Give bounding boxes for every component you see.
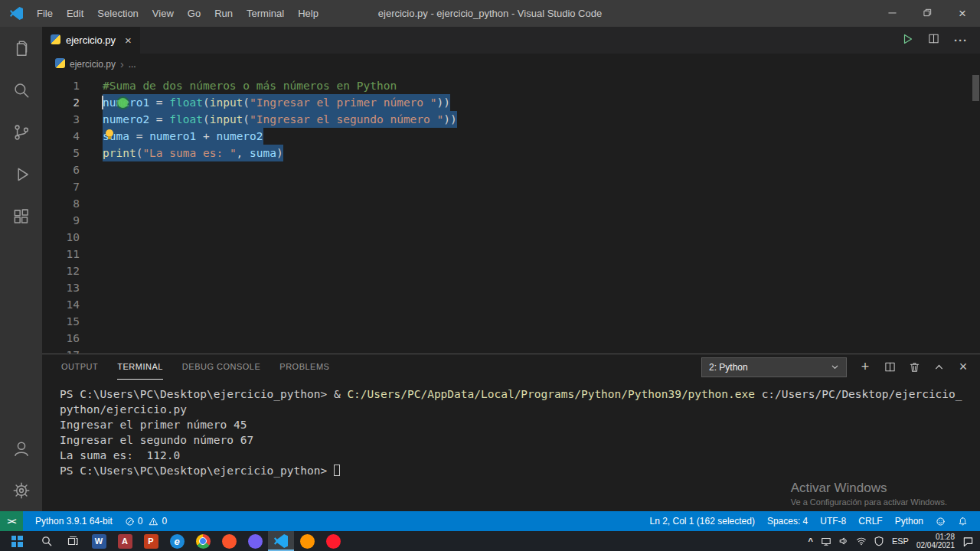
activity-bar (0, 27, 42, 511)
problems-status[interactable]: 0 0 (119, 516, 173, 527)
status-bar: >< Python 3.9.1 64-bit 0 0 Ln 2, Col 1 (… (0, 511, 980, 531)
code-text: print("La suma es: ", suma) (103, 145, 283, 161)
activitybar-explorer[interactable] (0, 27, 42, 69)
code-line[interactable]: 5print("La suma es: ", suma) (42, 145, 980, 161)
code-text: numero2 = float(input("Ingresar el segun… (103, 111, 457, 128)
close-icon: × (959, 7, 966, 20)
python-interpreter[interactable]: Python 3.9.1 64-bit (29, 516, 119, 527)
maximize-panel-button[interactable] (933, 362, 945, 372)
cursor-position[interactable]: Ln 2, Col 1 (162 selected) (644, 516, 761, 527)
menu-help[interactable]: Help (291, 0, 325, 27)
code-line[interactable]: 13 (42, 279, 980, 296)
close-icon[interactable]: × (125, 34, 132, 46)
volume-icon[interactable] (838, 536, 849, 546)
activitybar-settings[interactable] (0, 469, 42, 511)
code-line[interactable]: 17 (42, 347, 980, 354)
encoding[interactable]: UTF-8 (814, 516, 852, 527)
taskbar-word-icon[interactable]: W (86, 531, 112, 551)
code-line[interactable]: 10 (42, 229, 980, 246)
split-editor-button[interactable] (928, 33, 939, 47)
panel-tab-terminal[interactable]: TERMINAL (117, 354, 163, 380)
code-line[interactable]: 7 (42, 178, 980, 195)
code-editor[interactable]: 1#Suma de dos números o más números en P… (42, 75, 980, 354)
panel-tab-problems[interactable]: PROBLEMS (279, 354, 329, 380)
run-debug-icon (11, 165, 31, 184)
menu-run[interactable]: Run (207, 0, 240, 27)
menu-file[interactable]: File (30, 0, 60, 27)
tab-ejercicio-py[interactable]: ejercicio.py × (42, 27, 140, 54)
run-button[interactable] (901, 33, 913, 48)
minimize-button[interactable] (874, 0, 910, 27)
activitybar-run-debug[interactable] (0, 153, 42, 195)
activitybar-account[interactable] (0, 427, 42, 469)
line-number: 13 (42, 279, 80, 296)
taskbar-search-icon[interactable] (34, 531, 60, 551)
close-panel-button[interactable]: × (957, 359, 969, 375)
code-line[interactable]: 8 (42, 195, 980, 212)
line-number: 14 (42, 296, 80, 313)
menu-selection[interactable]: Selection (90, 0, 145, 27)
code-line[interactable]: 14 (42, 296, 980, 313)
line-number: 8 (42, 195, 80, 212)
taskbar-chrome-icon[interactable] (190, 531, 216, 551)
taskbar-vscode-icon[interactable] (268, 531, 294, 551)
line-number: 17 (42, 347, 80, 354)
menu-bar: FileEditSelectionViewGoRunTerminalHelp (30, 0, 325, 27)
tray-expand-icon[interactable]: ^ (808, 536, 812, 546)
activitybar-extensions[interactable] (0, 195, 42, 237)
taskbar-access-icon[interactable]: A (112, 531, 138, 551)
kill-terminal-button[interactable] (908, 361, 920, 373)
notifications-bell-icon[interactable] (952, 517, 974, 527)
remote-indicator[interactable]: >< (0, 511, 23, 531)
panel-tab-output[interactable]: OUTPUT (61, 354, 98, 380)
language-mode[interactable]: Python (889, 516, 929, 527)
language-indicator[interactable]: ESP (892, 536, 909, 546)
code-line[interactable]: 12 (42, 262, 980, 279)
shield-icon[interactable] (874, 536, 884, 546)
code-line[interactable]: 16 (42, 330, 980, 347)
taskbar-viber-icon[interactable] (242, 531, 268, 551)
code-line[interactable]: 2numero1 = float(input("Ingresar el prim… (42, 94, 980, 111)
taskbar-clock[interactable]: 01:28 02/04/2021 (916, 533, 955, 549)
display-icon[interactable] (821, 536, 831, 546)
code-line[interactable]: 11 (42, 246, 980, 262)
taskbar-brave-icon[interactable] (216, 531, 242, 551)
action-center-icon[interactable] (962, 536, 974, 547)
activitybar-source-control[interactable] (0, 111, 42, 153)
taskbar-edge-icon[interactable]: e (164, 531, 190, 551)
network-icon[interactable] (856, 536, 867, 546)
terminal-picker[interactable]: 2: Python (701, 357, 847, 377)
menu-view[interactable]: View (145, 0, 181, 27)
menu-edit[interactable]: Edit (60, 0, 90, 27)
editor-actions: ··· (901, 27, 980, 54)
feedback-icon[interactable] (929, 517, 952, 527)
editor-scrollbar[interactable] (972, 75, 979, 101)
indentation[interactable]: Spaces: 4 (761, 516, 814, 527)
breadcrumb-file[interactable]: ejercicio.py (70, 59, 116, 70)
breadcrumb: ejercicio.py › ... (42, 54, 980, 75)
terminal-content[interactable]: PS C:\Users\PC\Desktop\ejercicio_python>… (42, 380, 980, 478)
menu-terminal[interactable]: Terminal (240, 0, 291, 27)
taskbar-task-view-icon[interactable] (60, 531, 86, 551)
lightbulb-icon[interactable] (106, 129, 113, 137)
panel-tab-debug-console[interactable]: DEBUG CONSOLE (182, 354, 260, 380)
taskbar-firefox-icon[interactable] (294, 531, 320, 551)
code-line[interactable]: 1#Suma de dos números o más números en P… (42, 77, 980, 94)
code-line[interactable]: 3numero2 = float(input("Ingresar el segu… (42, 111, 980, 128)
code-line[interactable]: 4suma = numero1 + numero2 (42, 128, 980, 145)
code-line[interactable]: 15 (42, 313, 980, 330)
eol-selector[interactable]: CRLF (852, 516, 888, 527)
menu-go[interactable]: Go (181, 0, 207, 27)
breadcrumb-more[interactable]: ... (129, 59, 136, 70)
activitybar-search[interactable] (0, 69, 42, 111)
code-line[interactable]: 9 (42, 212, 980, 229)
restore-button[interactable] (910, 0, 945, 27)
new-terminal-button[interactable]: + (859, 359, 871, 375)
split-terminal-button[interactable] (884, 361, 896, 373)
start-button[interactable] (0, 531, 34, 551)
taskbar-powerpoint-icon[interactable]: P (138, 531, 164, 551)
close-button[interactable]: × (945, 0, 980, 27)
taskbar-opera-icon[interactable] (320, 531, 346, 551)
code-line[interactable]: 6 (42, 161, 980, 178)
more-actions-button[interactable]: ··· (954, 34, 968, 47)
